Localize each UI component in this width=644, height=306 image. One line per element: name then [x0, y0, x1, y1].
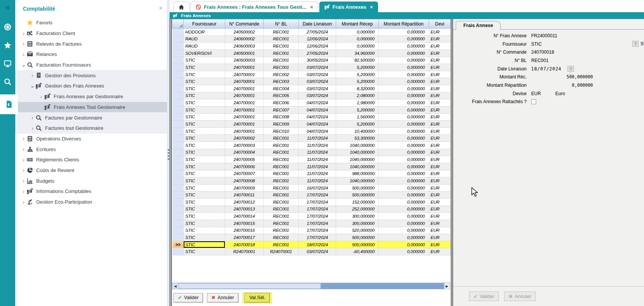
cell-fournisseur[interactable]: STIC: [184, 71, 225, 78]
cell-bl[interactable]: REC001: [263, 227, 298, 234]
cell-devise[interactable]: EUR: [429, 234, 450, 241]
cell-date-livraison[interactable]: 12/06/2024: [299, 43, 336, 50]
cell-devise[interactable]: EUR: [429, 92, 450, 99]
table-row[interactable]: STIC240700015REC00117/07/2024300,0000000…: [173, 220, 451, 227]
row-selector-cell[interactable]: [173, 170, 184, 177]
cell-devise[interactable]: EUR: [429, 177, 450, 185]
table-row[interactable]: STIC240700001REC01004/07/202410,4000000,…: [173, 128, 451, 135]
cell-devise[interactable]: EUR: [429, 241, 450, 248]
cell-date-livraison[interactable]: 30/05/2024: [299, 57, 336, 64]
cell-montant-recep[interactable]: 252,000000: [336, 206, 378, 213]
cell-devise[interactable]: EUR: [429, 184, 450, 191]
cell-commande[interactable]: 240700001: [225, 128, 263, 135]
tab-close-icon[interactable]: ×: [310, 4, 313, 10]
chevron-right-icon[interactable]: ›: [29, 116, 35, 120]
cell-montant-repartition[interactable]: 0,000000: [378, 227, 429, 234]
cell-bl[interactable]: REC001: [263, 29, 298, 36]
cell-bl[interactable]: REC003: [263, 78, 298, 85]
row-selector-cell[interactable]: [173, 163, 184, 170]
cell-commande[interactable]: 240500002: [225, 29, 263, 36]
cell-montant-repartition[interactable]: 0,000000: [378, 121, 429, 128]
cell-fournisseur[interactable]: STIC: [184, 128, 225, 135]
cell-devise[interactable]: EUR: [429, 35, 450, 43]
table-row[interactable]: HODOOR240500002REC00127/05/20240,0000000…: [173, 29, 451, 36]
cell-devise[interactable]: EUR: [429, 64, 450, 71]
table-row[interactable]: STIC240500003REC00130/05/202482,5000000,…: [173, 57, 451, 64]
cell-montant-recep[interactable]: -60,400000: [336, 248, 378, 255]
cell-fournisseur[interactable]: STIC: [184, 57, 225, 64]
table-row[interactable]: STIC240700001REC00804/07/20241,5600000,0…: [173, 113, 451, 121]
chevron-right-icon[interactable]: ›: [21, 168, 27, 172]
cell-bl[interactable]: REC004: [263, 85, 298, 92]
cell-commande[interactable]: 240700001: [225, 121, 263, 128]
cell-montant-recep[interactable]: 0,000000: [336, 43, 378, 50]
cell-devise[interactable]: EUR: [429, 206, 450, 213]
cell-fournisseur[interactable]: STIC: [184, 156, 225, 163]
cell-montant-recep[interactable]: 1040,000000: [336, 177, 378, 185]
cell-date-livraison[interactable]: 03/07/2024: [299, 248, 336, 255]
field-value[interactable]: 240700018: [531, 49, 554, 55]
cell-devise[interactable]: EUR: [429, 170, 450, 177]
cell-montant-recep[interactable]: 1040,000000: [336, 156, 378, 163]
row-selector-cell[interactable]: [173, 57, 184, 64]
cell-devise[interactable]: EUR: [429, 227, 450, 234]
cell-commande[interactable]: 240700013: [225, 206, 263, 213]
cell-commande[interactable]: 240700001: [225, 106, 263, 113]
cell-devise[interactable]: EUR: [429, 43, 450, 50]
field-value[interactable]: 0,000000: [531, 83, 593, 88]
cell-date-livraison[interactable]: 04/07/2024: [299, 99, 336, 107]
cell-montant-recep[interactable]: 500,000000: [336, 241, 378, 248]
scroll-right-icon[interactable]: ▶: [444, 283, 450, 289]
row-selector-cell[interactable]: [173, 248, 184, 255]
cell-fournisseur[interactable]: STIC: [184, 142, 225, 149]
table-row[interactable]: STICR24070001R2407000103/07/2024-60,4000…: [173, 248, 451, 255]
cell-devise[interactable]: EUR: [429, 149, 450, 156]
cell-montant-recep[interactable]: 5,200000: [336, 78, 378, 85]
cell-commande[interactable]: 240700014: [225, 213, 263, 220]
cell-montant-recep[interactable]: 53,300000: [336, 135, 378, 142]
cell-date-livraison[interactable]: 04/07/2024: [299, 128, 336, 135]
field-value[interactable]: 500,000000: [531, 74, 593, 80]
cell-commande[interactable]: 240700005: [225, 156, 263, 163]
cell-fournisseur[interactable]: STIC: [184, 177, 225, 185]
chevron-right-icon[interactable]: ›: [21, 32, 27, 35]
cell-montant-repartition[interactable]: 0,000000: [378, 113, 429, 121]
chevron-right-icon[interactable]: ›: [21, 42, 27, 46]
cell-commande[interactable]: 240700016: [225, 227, 263, 234]
rail-item-monitor-icon[interactable]: [0, 57, 15, 70]
cell-fournisseur[interactable]: STIC: [184, 170, 225, 177]
cell-montant-repartition[interactable]: 0,000000: [378, 163, 429, 170]
cell-montant-repartition[interactable]: 0,000000: [378, 248, 429, 255]
cell-montant-repartition[interactable]: 0,000000: [378, 128, 429, 135]
cell-commande[interactable]: 240700001: [225, 71, 263, 78]
cell-montant-recep[interactable]: 520,000000: [336, 227, 378, 234]
table-row[interactable]: STIC240700006REC00111/07/20241040,000000…: [173, 163, 451, 170]
cell-bl[interactable]: REC001: [263, 149, 298, 156]
cell-montant-recep[interactable]: 500,000000: [336, 234, 378, 241]
sidebar-resize-grip[interactable]: [167, 0, 170, 306]
table-row[interactable]: RAUD240600003REC00112/06/20240,0000000,0…: [173, 43, 451, 50]
chevron-right-icon[interactable]: ›: [21, 179, 27, 183]
table-row[interactable]: STIC240700001REC00103/07/20245,2000000,0…: [173, 64, 451, 71]
row-selector-cell[interactable]: [173, 35, 184, 43]
cell-fournisseur[interactable]: STIC: [184, 199, 225, 206]
cell-bl[interactable]: REC001: [263, 213, 298, 220]
cell-fournisseur[interactable]: STIC: [184, 213, 225, 220]
table-row[interactable]: STIC240700001REC00503/07/20242,0800000,0…: [173, 92, 451, 99]
cell-commande[interactable]: 240600002: [225, 35, 263, 43]
cell-fournisseur[interactable]: STIC: [184, 64, 225, 71]
cell-devise[interactable]: EUR: [429, 163, 450, 170]
table-row[interactable]: STIC240700005REC00111/07/20241040,000000…: [173, 156, 451, 163]
sidebar-item-budgets[interactable]: ›Budgets: [15, 175, 167, 186]
cell-commande[interactable]: 240700001: [225, 85, 263, 92]
sidebar-item-frais-annexes-tout-gestionnaire[interactable]: Frais Annexes Tout Gestionnaire: [15, 102, 167, 113]
cell-fournisseur[interactable]: STIC: [184, 121, 225, 128]
cell-date-livraison[interactable]: 17/07/2024: [299, 206, 336, 213]
cell-date-livraison[interactable]: 17/07/2024: [299, 199, 336, 206]
valider-button[interactable]: ✔Valider: [469, 292, 499, 301]
row-selector-cell[interactable]: [173, 156, 184, 163]
sidebar-item-frais-annexes-par-gestionnaire[interactable]: ›Frais Annexes par Gestionnaire: [15, 91, 167, 102]
table-row[interactable]: STIC240700001REC00704/07/20245,2000000,0…: [173, 106, 451, 113]
cell-bl[interactable]: REC001: [263, 184, 298, 191]
cell-date-livraison[interactable]: 03/07/2024: [299, 78, 336, 85]
